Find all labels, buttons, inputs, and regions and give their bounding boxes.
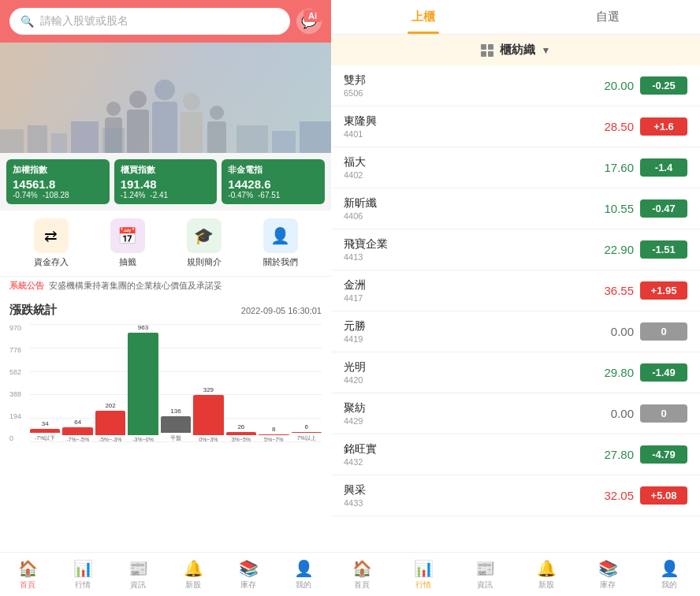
bar-group: 34-7%以下 xyxy=(30,324,60,442)
search-placeholder: 請輸入股號或股名 xyxy=(40,14,128,28)
stock-row[interactable]: 元勝44190.000 xyxy=(331,311,700,352)
svg-rect-7 xyxy=(300,121,331,153)
stock-row[interactable]: 金洲441736.55+1.95 xyxy=(331,270,700,311)
notice-tag: 系統公告 xyxy=(9,280,44,292)
chart-header: 漲跌統計 2022-09-05 16:30:01 xyxy=(9,303,322,318)
banner xyxy=(0,43,331,153)
category-row[interactable]: 櫃紡織 ▼ xyxy=(331,35,700,65)
tab-watchlist[interactable]: 自選 xyxy=(516,0,700,34)
stock-change: -1.4 xyxy=(640,158,687,177)
right-bottom-nav: 🏠 首頁 📊 行情 📰 資訊 🔔 新股 📚 庫存 👤 我的 xyxy=(331,552,700,596)
search-icon: 🔍 xyxy=(20,15,34,28)
stock-price: 22.90 xyxy=(579,243,634,256)
right-nav-inventory-label: 庫存 xyxy=(600,579,616,590)
home-icon: 🏠 xyxy=(18,559,38,578)
stock-price: 27.80 xyxy=(579,448,634,461)
bar xyxy=(259,434,289,435)
right-inventory-icon: 📚 xyxy=(598,559,618,578)
stock-row[interactable]: 東隆興440128.50+1.6 xyxy=(331,106,700,147)
stock-name: 東隆興 xyxy=(344,114,579,129)
tab-market[interactable]: 上櫃 xyxy=(331,0,516,34)
stock-row[interactable]: 聚紡44290.000 xyxy=(331,393,700,434)
y-label-194: 194 xyxy=(9,412,30,420)
bar-group: 64-7%~-5% xyxy=(62,324,92,442)
stock-code: 4413 xyxy=(344,252,579,262)
nav-market[interactable]: 📊 行情 xyxy=(55,559,110,590)
stock-name: 飛寶企業 xyxy=(344,237,579,251)
quick-action-ipo[interactable]: 📅 抽籤 xyxy=(110,218,145,268)
right-nav-news[interactable]: 📰 資訊 xyxy=(454,559,516,590)
stock-code: 6506 xyxy=(344,88,579,98)
bar xyxy=(226,432,256,435)
stock-change: -4.79 xyxy=(640,445,687,464)
stock-row[interactable]: 飛寶企業441322.90-1.51 xyxy=(331,229,700,270)
nav-mine-label: 我的 xyxy=(296,579,311,590)
ipo-label: 抽籤 xyxy=(119,256,136,268)
non-finance-index-card[interactable]: 非金電指 14428.6 -0.47% -67.51 xyxy=(222,159,325,204)
bar-group: 963-3%~0% xyxy=(128,324,158,442)
y-label-388: 388 xyxy=(9,390,30,398)
nav-mine[interactable]: 👤 我的 xyxy=(276,559,331,590)
stock-info: 雙邦6506 xyxy=(344,73,579,98)
weighted-index-card[interactable]: 加權指數 14561.8 -0.74% -108.28 xyxy=(6,159,110,204)
ipo-nav-icon: 🔔 xyxy=(184,559,203,578)
right-nav-inventory[interactable]: 📚 庫存 xyxy=(577,559,639,590)
right-tabs: 上櫃 自選 xyxy=(331,0,700,35)
stock-row[interactable]: 雙邦650620.00-0.25 xyxy=(331,65,700,106)
right-nav-mine[interactable]: 👤 我的 xyxy=(639,559,700,590)
notice-text: 安盛機構秉持著集團的企業核心價值及承諾妥 xyxy=(49,280,222,292)
bar-group: 85%~7% xyxy=(259,324,289,442)
stock-price: 29.80 xyxy=(579,366,634,379)
stock-name: 光明 xyxy=(344,360,579,374)
about-label: 關於我們 xyxy=(263,256,298,268)
stock-row[interactable]: 光明442029.80-1.49 xyxy=(331,352,700,393)
bar xyxy=(30,429,60,433)
stock-row[interactable]: 福大440217.60-1.4 xyxy=(331,147,700,188)
right-nav-ipo[interactable]: 🔔 新股 xyxy=(516,559,577,590)
chart-section: 漲跌統計 2022-09-05 16:30:01 970 776 582 388… xyxy=(0,295,331,552)
quick-actions: ⇄ 資金存入 📅 抽籤 🎓 規則簡介 👤 關於我們 xyxy=(0,210,331,276)
nav-ipo[interactable]: 🔔 新股 xyxy=(166,559,221,590)
stock-name: 雙邦 xyxy=(344,73,579,88)
stock-info: 新昕纖4406 xyxy=(344,196,579,221)
bar-group: 202-5%~-3% xyxy=(95,324,125,442)
right-nav-news-label: 資訊 xyxy=(477,579,493,590)
stock-change: -1.49 xyxy=(640,363,687,382)
nav-news[interactable]: 📰 資訊 xyxy=(110,559,166,590)
bar xyxy=(128,333,158,435)
y-label-0: 0 xyxy=(9,434,30,442)
stock-price: 0.00 xyxy=(579,325,634,338)
svg-rect-0 xyxy=(0,129,24,153)
category-label: 櫃紡織 xyxy=(500,43,535,58)
svg-rect-4 xyxy=(102,128,125,153)
stock-change: -0.47 xyxy=(640,199,687,218)
stock-code: 4419 xyxy=(344,334,579,344)
bar-value-label: 26 xyxy=(237,423,244,430)
quick-action-deposit[interactable]: ⇄ 資金存入 xyxy=(34,218,69,268)
stock-code: 4429 xyxy=(344,416,579,426)
bar xyxy=(95,411,125,436)
card-title-nf: 非金電指 xyxy=(228,164,318,176)
nav-inventory[interactable]: 📚 庫存 xyxy=(221,559,276,590)
stock-row[interactable]: 興采443332.05+5.08 xyxy=(331,475,700,516)
search-input-wrapper[interactable]: 🔍 請輸入股號或股名 xyxy=(9,8,290,35)
stock-code: 4420 xyxy=(344,375,579,385)
y-label-970: 970 xyxy=(9,324,30,332)
y-label-582: 582 xyxy=(9,368,30,376)
quick-action-rules[interactable]: 🎓 規則簡介 xyxy=(187,218,222,268)
stock-change: +5.08 xyxy=(640,486,687,505)
stock-code: 4432 xyxy=(344,457,579,467)
stock-row[interactable]: 銘旺實443227.80-4.79 xyxy=(331,434,700,475)
right-nav-market[interactable]: 📊 行情 xyxy=(393,559,454,590)
deposit-label: 資金存入 xyxy=(34,256,69,268)
quick-action-about[interactable]: 👤 關於我們 xyxy=(263,218,298,268)
stock-name: 新昕纖 xyxy=(344,196,579,210)
right-nav-home[interactable]: 🏠 首頁 xyxy=(331,559,393,590)
otc-index-card[interactable]: 櫃買指數 191.48 -1.24% -2.41 xyxy=(114,159,218,204)
bar-value-label: 6 xyxy=(304,423,307,430)
bar-value-label: 202 xyxy=(105,402,115,409)
stock-price: 28.50 xyxy=(579,120,634,133)
nav-home[interactable]: 🏠 首頁 xyxy=(0,559,55,590)
right-ipo-icon: 🔔 xyxy=(537,559,557,578)
stock-row[interactable]: 新昕纖440610.55-0.47 xyxy=(331,188,700,229)
